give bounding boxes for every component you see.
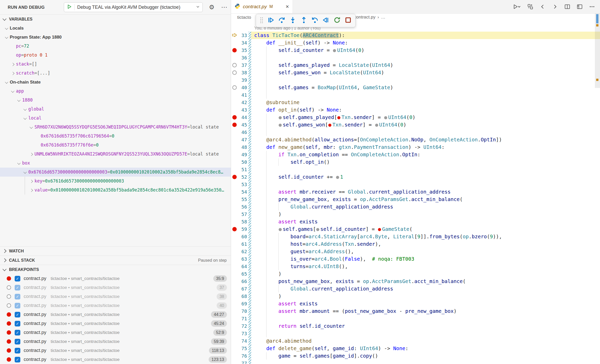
code-text[interactable]: assert exists [251,300,600,307]
variable-row[interactable]: 0x67616d65735f776f6e = 0 [0,141,231,150]
breakpoint-row[interactable]: ✓contract.pytictactoe • smart_contracts/… [0,346,231,355]
code-text[interactable]: return self.id_counter [251,322,600,330]
variable-row[interactable]: value = 0x010000000102010002a358bf5bada9… [0,186,231,195]
variable-row[interactable]: scratch = [...] [0,69,231,78]
code-text[interactable] [251,181,600,188]
code-text[interactable]: ) [251,270,600,278]
breakpoint-gutter[interactable] [231,225,238,233]
breakpoint-checkbox[interactable]: ✓ [15,330,20,335]
breakpoint-gutter[interactable] [231,188,238,196]
code-text[interactable]: self.games[self.id_counter] = GameState( [251,225,600,233]
code-text[interactable]: @arc4.abimethod(allow_actions=[OnComplet… [251,136,600,143]
step-out-button[interactable] [300,16,307,25]
breakpoint-gutter[interactable] [231,136,238,143]
breakpoint-row[interactable]: ✓contract.pytictactoe • smart_contracts/… [0,274,231,283]
code-text[interactable] [251,166,600,173]
variable-row[interactable]: stack = [] [0,60,231,69]
breakpoint-gutter[interactable] [231,203,238,211]
code-text[interactable]: assert mbr.amount == (post_new_game_box … [251,307,600,315]
breakpoint-gutter[interactable] [231,218,238,225]
code-text[interactable]: class TicTacToe(ARC4Contract): [251,32,600,39]
code-text[interactable]: self.opt_in() [251,158,600,166]
watch-section-header[interactable]: WATCH [0,246,231,256]
code-text[interactable]: self.games_won = LocalState(UInt64) [251,69,600,76]
breakpoint-gutter[interactable] [231,233,238,240]
breadcrumb-folder[interactable]: tictacto [237,15,251,20]
more-actions-icon[interactable] [589,4,595,10]
breakpoint-gutter[interactable] [231,129,238,136]
code-text[interactable]: board=arc4.StaticArray[arc4.Byte, Litera… [251,233,600,240]
breakpoint-checkbox[interactable]: ✓ [15,312,20,317]
code-text[interactable]: self.games_played[Txn.sender] = UInt64(0… [251,114,600,121]
variable-row[interactable]: box [0,159,231,168]
breadcrumb-file-label[interactable]: contract.py [354,15,375,20]
code-text[interactable] [251,91,600,99]
continue-button[interactable] [267,16,274,25]
start-debugging-icon[interactable] [67,4,72,10]
stop-button[interactable] [345,16,352,25]
breakpoint-checkbox[interactable]: ✓ [15,303,20,308]
breakpoint-gutter[interactable] [231,360,238,364]
breakpoint-gutter[interactable] [231,240,238,248]
code-text[interactable]: def new_game(self, mbr: gtxn.PaymentTran… [251,143,600,151]
code-text[interactable]: turns=arc4.UInt8(), [251,263,600,270]
code-text[interactable]: Global.current_application_address [251,203,600,211]
code-text[interactable]: guest=arc4.Address(), [251,248,600,255]
breakpoint-checkbox[interactable]: ✓ [15,294,20,299]
breakpoint-gutter[interactable] [231,352,238,360]
code-text[interactable]: self.games_played = LocalState(UInt64) [251,61,600,69]
variables-section-header[interactable]: VARIABLES [0,14,231,24]
breakpoint-gutter[interactable] [231,300,238,307]
code-text[interactable]: def opt_in(self) -> None: [251,106,600,114]
breakpoint-checkbox[interactable]: ✓ [15,285,20,290]
breakpoint-gutter[interactable] [231,84,238,91]
breakpoint-row[interactable]: ✓contract.pytictactoe • smart_contracts/… [0,337,231,346]
breakpoint-gutter[interactable] [231,263,238,270]
code-text[interactable] [251,76,600,84]
code-text[interactable]: ) [251,293,600,300]
breakpoint-gutter[interactable] [231,211,238,218]
step-into-button[interactable] [289,16,296,25]
breakpoint-gutter[interactable] [231,39,238,47]
breakpoint-gutter[interactable] [231,196,238,203]
breakpoint-checkbox[interactable]: ✓ [15,357,20,362]
variable-row[interactable]: Locals [0,24,231,33]
breakpoint-gutter[interactable] [231,158,238,166]
variable-row[interactable]: On-chain State [0,78,231,87]
variable-row[interactable]: SRH6D7XU2N6WQQ5SSYDQFG5ESO6JWEQIDPGLUGYC… [0,123,231,132]
variable-row[interactable]: global [0,105,231,114]
breakpoint-row[interactable]: ✓contract.pytictactoe • smart_contracts/… [0,301,231,310]
overview-ruler[interactable] [595,13,600,364]
code-text[interactable] [251,129,600,136]
code-text[interactable]: def delete_game(self, game_id: UInt64) -… [251,345,600,352]
close-icon[interactable]: × [286,3,289,10]
code-text[interactable] [251,360,600,364]
breakpoint-gutter[interactable] [231,114,238,121]
breakpoint-gutter[interactable] [231,166,238,173]
breakpoint-row[interactable]: ✓contract.pytictactoe • smart_contracts/… [0,355,231,364]
code-text[interactable]: assert exists [251,218,600,225]
code-text[interactable]: @subroutine [251,99,600,106]
code-text[interactable] [251,330,600,337]
code-text[interactable]: pre_new_game_box, exists = op.AcctParams… [251,196,600,203]
breakpoint-gutter[interactable] [231,337,238,345]
code-text[interactable]: self.games = BoxMap(UInt64, GameState) [251,84,600,91]
breakpoint-gutter[interactable] [231,54,238,61]
run-python-file-button[interactable] [513,4,521,10]
code-text[interactable]: host=arc4.Address(Txn.sender), [251,240,600,248]
code-text[interactable] [251,315,600,322]
breakpoint-gutter[interactable] [231,322,238,330]
breakpoint-checkbox[interactable]: ✓ [15,339,20,344]
breakpoint-gutter[interactable] [231,315,238,322]
variable-row[interactable]: Program State: App 1880 [0,33,231,42]
breadcrumb-file[interactable]: contract.py › … [354,13,385,21]
breadcrumb-more[interactable]: … [381,15,385,20]
code-text[interactable]: assert mbr.receiver == Global.current_ap… [251,188,600,196]
breakpoint-gutter[interactable] [231,278,238,285]
code-text[interactable]: self.games_won[Txn.sender] = UInt64(0) [251,121,600,129]
breakpoint-row[interactable]: ✓contract.pytictactoe • smart_contracts/… [0,319,231,328]
variable-row[interactable]: app [0,87,231,96]
open-changes-icon[interactable] [527,4,533,10]
split-editor-icon[interactable] [564,4,570,10]
breakpoint-row[interactable]: ✓contract.pytictactoe • smart_contracts/… [0,292,231,301]
